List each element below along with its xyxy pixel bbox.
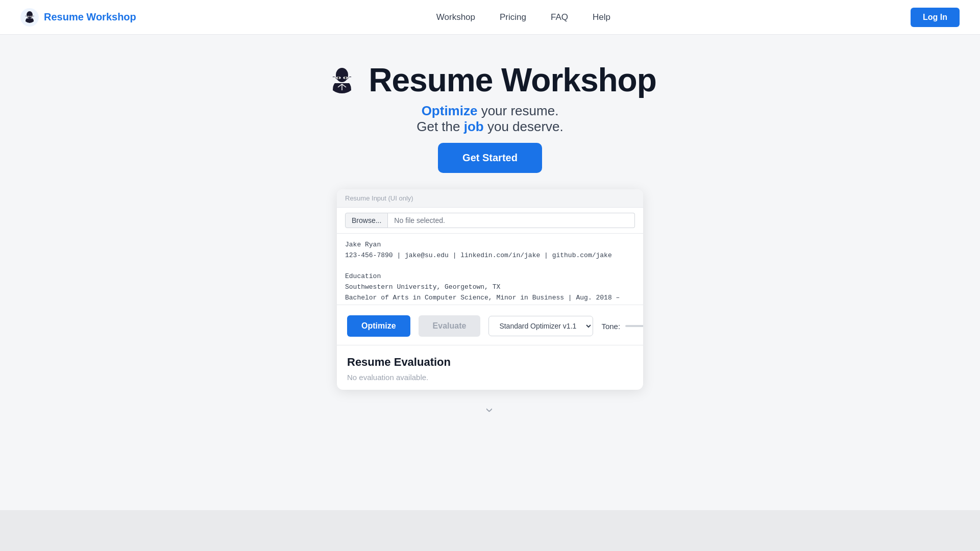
browse-button[interactable]: Browse... xyxy=(345,213,388,228)
eval-section: Resume Evaluation No evaluation availabl… xyxy=(337,345,643,390)
resume-textarea[interactable] xyxy=(337,234,643,305)
hero-job-highlight: job xyxy=(464,119,484,134)
svg-point-6 xyxy=(31,16,32,17)
svg-point-12 xyxy=(345,77,347,79)
svg-point-11 xyxy=(337,77,339,79)
get-started-button[interactable]: Get Started xyxy=(438,143,542,173)
eval-empty-text: No evaluation available. xyxy=(347,373,633,382)
tone-label: Tone: xyxy=(601,322,620,331)
hero-title-row: Resume Workshop xyxy=(324,61,656,99)
navbar: Resume Workshop Workshop Pricing FAQ Hel… xyxy=(0,0,980,35)
demo-header-text: Resume Input (UI only) xyxy=(345,194,413,202)
scroll-indicator: › xyxy=(487,390,492,422)
hero-section: Resume Workshop Optimize your resume. Ge… xyxy=(0,41,980,433)
hero-optimize-highlight: Optimize xyxy=(422,103,478,118)
nav-links: Workshop Pricing FAQ Help xyxy=(436,12,610,22)
file-name-display: No file selected. xyxy=(388,213,635,228)
brand-link[interactable]: Resume Workshop xyxy=(20,8,136,27)
hero-subtitle2-plain1: Get the xyxy=(416,119,464,134)
hero-subtitle2: Get the job you deserve. xyxy=(416,119,564,135)
nav-help[interactable]: Help xyxy=(593,12,610,22)
svg-point-5 xyxy=(28,16,29,17)
nav-faq[interactable]: FAQ xyxy=(551,12,568,22)
demo-actions: Optimize Evaluate Standard Optimizer v1.… xyxy=(337,307,643,345)
tone-section: Tone: xyxy=(601,322,643,331)
nav-workshop[interactable]: Workshop xyxy=(436,12,475,22)
hero-subtitle1-plain: your resume. xyxy=(477,103,558,118)
evaluate-button[interactable]: Evaluate xyxy=(419,315,481,337)
hero-subtitle1: Optimize your resume. xyxy=(422,103,559,119)
tone-slider[interactable] xyxy=(625,325,643,327)
nav-pricing[interactable]: Pricing xyxy=(500,12,526,22)
bottom-bar xyxy=(0,510,980,551)
svg-point-7 xyxy=(336,68,348,82)
file-input-row: Browse... No file selected. xyxy=(337,208,643,234)
scroll-chevron-icon: › xyxy=(482,408,498,412)
login-button[interactable]: Log In xyxy=(911,8,960,27)
hero-brand-icon xyxy=(324,62,360,98)
brand-icon xyxy=(20,8,39,27)
hero-title: Resume Workshop xyxy=(369,61,656,99)
demo-header: Resume Input (UI only) xyxy=(337,189,643,208)
hero-subtitle2-plain2: you deserve. xyxy=(484,119,564,134)
eval-title: Resume Evaluation xyxy=(347,356,633,369)
demo-card: R Resume Input (UI only) Browse... No fi… xyxy=(337,189,643,390)
optimize-button[interactable]: Optimize xyxy=(347,315,410,337)
svg-point-1 xyxy=(27,11,33,18)
optimizer-select[interactable]: Standard Optimizer v1.1 xyxy=(488,316,593,336)
brand-text: Resume Workshop xyxy=(44,11,136,23)
